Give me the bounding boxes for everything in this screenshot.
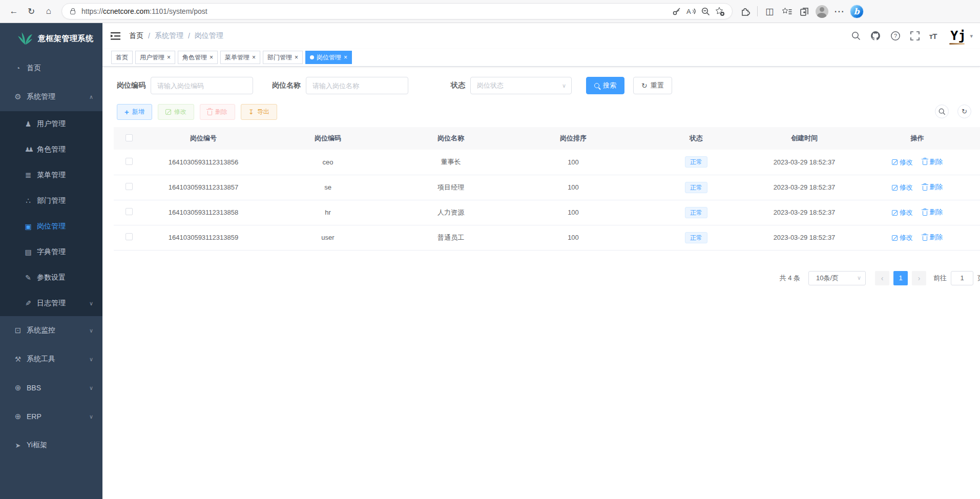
sidebar-item-0[interactable]: 首页	[0, 54, 102, 82]
user-dropdown[interactable]: Yj ▾	[946, 29, 973, 43]
badge-icon	[24, 222, 33, 231]
page-size-select[interactable]: 10条/页 ∨	[808, 271, 866, 285]
split-screen-icon[interactable]: ◫	[761, 3, 778, 20]
globe-icon	[13, 412, 23, 421]
sidebar-item-14[interactable]: Yi框架	[0, 431, 102, 460]
sidebar-item-7[interactable]: 字典管理	[0, 239, 102, 265]
row-delete-button[interactable]: 删除	[923, 207, 943, 217]
status-badge: 正常	[685, 156, 707, 168]
refresh-icon[interactable]: ↻	[23, 3, 40, 20]
row-delete-button[interactable]: 删除	[923, 233, 943, 242]
column-header-3: 岗位排序	[508, 127, 638, 150]
back-icon[interactable]: ←	[5, 3, 23, 20]
row-delete-button[interactable]: 删除	[923, 157, 943, 167]
log-icon	[24, 299, 33, 307]
toggle-search-icon[interactable]	[935, 105, 949, 118]
github-icon[interactable]	[870, 31, 881, 41]
dictionary-icon	[24, 248, 33, 256]
home-icon[interactable]: ⌂	[40, 3, 57, 20]
tab-label: 菜单管理	[225, 53, 249, 62]
column-header-0: 岗位编号	[144, 127, 262, 150]
bing-chat-icon[interactable]: b	[848, 3, 865, 20]
collections-icon[interactable]	[796, 3, 813, 20]
font-size-icon[interactable]: ᴛT	[929, 32, 937, 40]
url-text: https://ccnetcore.com:1101/system/post	[81, 7, 207, 15]
column-header-4: 状态	[638, 127, 754, 150]
sidebar-item-11[interactable]: 系统工具	[0, 345, 102, 373]
row-checkbox[interactable]	[126, 208, 133, 215]
修改[interactable]: 修改	[158, 104, 194, 120]
status-select[interactable]: 岗位状态 ∨	[470, 77, 572, 94]
row-edit-button[interactable]: 修改	[892, 158, 913, 167]
search-button[interactable]: 搜索	[586, 77, 624, 94]
profile-avatar[interactable]	[813, 3, 830, 20]
goto-page-input[interactable]	[951, 271, 973, 285]
help-icon[interactable]: ?	[890, 31, 901, 41]
tab-2[interactable]: 角色管理 ×	[178, 51, 218, 64]
post-code-input[interactable]	[151, 77, 253, 94]
row-delete-button[interactable]: 删除	[923, 182, 943, 192]
extensions-icon[interactable]	[737, 3, 754, 20]
breadcrumb-current: 岗位管理	[195, 31, 223, 40]
next-page-button[interactable]: ›	[912, 271, 926, 285]
导出[interactable]: 导出	[241, 104, 277, 120]
sidebar-item-12[interactable]: BBS	[0, 373, 102, 402]
sidebar-item-2[interactable]: 用户管理	[0, 111, 102, 137]
app-title: 意框架管理系统	[38, 34, 94, 44]
zoom-out-icon[interactable]	[698, 4, 713, 18]
sidebar-item-6[interactable]: 岗位管理	[0, 214, 102, 239]
row-edit-button[interactable]: 修改	[892, 183, 913, 192]
settings-more-icon[interactable]: ⋯	[830, 3, 848, 20]
favorites-add-icon[interactable]	[713, 4, 727, 18]
tab-close-icon[interactable]: ×	[167, 54, 171, 60]
favorites-hub-icon[interactable]	[778, 3, 796, 20]
删除[interactable]: 删除	[200, 104, 235, 120]
select-all-checkbox[interactable]	[126, 134, 133, 141]
prev-page-button[interactable]: ‹	[875, 271, 889, 285]
sidebar-item-8[interactable]: 参数设置	[0, 265, 102, 290]
tab-close-icon[interactable]: ×	[210, 54, 213, 60]
tab-0[interactable]: 首页 ×	[111, 51, 133, 64]
plant-logo-icon	[17, 32, 33, 45]
row-checkbox[interactable]	[126, 233, 133, 240]
fullscreen-icon[interactable]	[910, 31, 920, 40]
tab-close-icon[interactable]: ×	[252, 54, 256, 60]
column-header-2: 岗位名称	[393, 127, 508, 150]
chevron-down-icon: ∨	[562, 82, 566, 89]
password-key-icon[interactable]	[670, 4, 684, 18]
row-edit-button[interactable]: 修改	[892, 233, 913, 242]
tab-5[interactable]: 岗位管理 ×	[305, 51, 352, 64]
row-edit-button[interactable]: 修改	[892, 208, 913, 217]
edit-pen-icon	[892, 210, 898, 216]
sidebar-toggle-icon[interactable]	[111, 32, 121, 40]
table-body: 1641030593112313856 ceo 董事长 100 正常 2023-…	[114, 150, 980, 250]
新增[interactable]: 新增	[117, 104, 152, 120]
status-badge: 正常	[685, 207, 707, 218]
sidebar-item-5[interactable]: 部门管理	[0, 188, 102, 214]
tab-4[interactable]: 部门管理 ×	[263, 51, 303, 64]
toolbar-button-label: 修改	[174, 108, 186, 116]
sidebar-item-9[interactable]: 日志管理	[0, 290, 102, 316]
sidebar-item-13[interactable]: ERP	[0, 402, 102, 431]
sidebar-item-3[interactable]: 角色管理	[0, 137, 102, 162]
sidebar-item-1[interactable]: 系统管理	[0, 82, 102, 111]
sidebar-item-4[interactable]: 菜单管理	[0, 162, 102, 188]
post-name-input[interactable]	[306, 77, 408, 94]
row-checkbox[interactable]	[126, 183, 133, 190]
read-aloud-icon[interactable]: A	[684, 4, 698, 18]
breadcrumb-home[interactable]: 首页	[129, 31, 143, 40]
header-search-icon[interactable]	[851, 31, 861, 40]
sidebar-item-10[interactable]: 系统监控	[0, 316, 102, 345]
reset-button[interactable]: ↻ 重置	[633, 77, 672, 94]
plus-icon	[124, 108, 129, 116]
refresh-table-icon[interactable]: ↻	[957, 105, 971, 118]
row-checkbox[interactable]	[126, 158, 133, 165]
address-bar[interactable]: https://ccnetcore.com:1101/system/post A	[61, 3, 733, 19]
edit-pen-icon	[892, 159, 898, 165]
page-number-1[interactable]: 1	[893, 271, 908, 285]
tab-close-icon[interactable]: ×	[344, 54, 347, 60]
tab-close-icon[interactable]: ×	[295, 54, 298, 60]
tab-1[interactable]: 用户管理 ×	[135, 51, 175, 64]
tab-3[interactable]: 菜单管理 ×	[220, 51, 260, 64]
page-unit-label: 页	[977, 274, 980, 283]
